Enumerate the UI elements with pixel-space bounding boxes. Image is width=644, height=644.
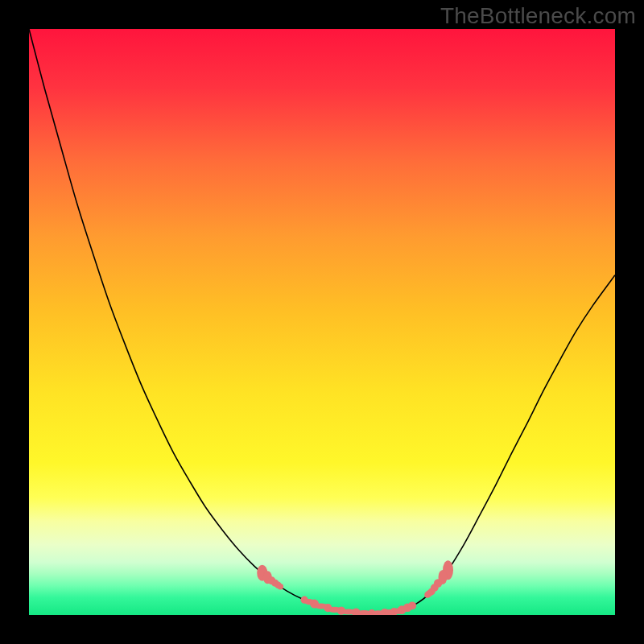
svg-point-28 <box>341 609 355 614</box>
plot-area <box>29 29 615 615</box>
svg-point-13 <box>424 592 431 598</box>
svg-point-26 <box>315 603 328 609</box>
svg-point-25 <box>304 599 314 605</box>
curve-markers <box>29 29 615 615</box>
svg-point-32 <box>394 609 402 614</box>
svg-point-27 <box>328 607 341 613</box>
watermark-text: TheBottleneck.com <box>440 3 636 29</box>
svg-point-33 <box>402 606 407 612</box>
chart-frame: TheBottleneck.com <box>0 0 644 644</box>
svg-point-31 <box>385 609 394 615</box>
svg-point-34 <box>407 604 412 609</box>
svg-point-6 <box>278 584 284 590</box>
